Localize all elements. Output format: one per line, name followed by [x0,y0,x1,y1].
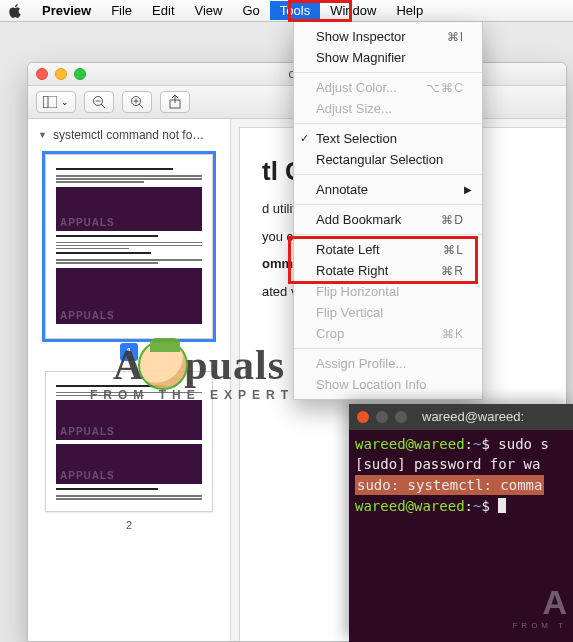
menu-separator [294,204,482,205]
tools-dropdown: Show Inspector⌘I Show Magnifier Adjust C… [293,22,483,400]
menu-adjust-color: Adjust Color...⌥⌘C [294,77,482,98]
sidebar-view-button[interactable]: ⌄ [36,91,76,113]
page-number-badge-2: 2 [120,516,138,534]
terminal-titlebar[interactable]: wareed@wareed: [349,404,573,430]
menubar: Preview File Edit View Go Tools Window H… [0,0,573,22]
check-icon: ✓ [300,132,309,145]
menubar-file[interactable]: File [101,1,142,20]
terminal-cursor [498,498,506,513]
share-button[interactable] [160,91,190,113]
sidebar-icon [43,96,57,108]
terminal-close-button[interactable] [357,411,369,423]
menubar-go[interactable]: Go [232,1,269,20]
menubar-help[interactable]: Help [386,1,433,20]
window-zoom-button[interactable] [74,68,86,80]
menu-separator [294,234,482,235]
page-thumbnail-1[interactable]: APPUALS APPUALS [45,154,213,339]
window-close-button[interactable] [36,68,48,80]
menu-rectangular-selection[interactable]: Rectangular Selection [294,149,482,170]
zoom-in-button[interactable] [122,91,152,113]
terminal-title: wareed@wareed: [422,407,524,427]
menu-separator [294,174,482,175]
menu-assign-profile: Assign Profile... [294,353,482,374]
menu-adjust-size: Adjust Size... [294,98,482,119]
svg-rect-1 [43,96,48,108]
thumbnail-sidebar: ▼ systemctl command not fo… APPUALS APPU… [28,119,231,641]
menu-text-selection[interactable]: ✓Text Selection [294,128,482,149]
submenu-arrow-icon: ▶ [464,184,472,195]
disclosure-triangle-icon[interactable]: ▼ [38,130,47,140]
menubar-view[interactable]: View [185,1,233,20]
menu-flip-vertical: Flip Vertical [294,302,482,323]
menu-separator [294,72,482,73]
apple-logo-icon [8,4,22,18]
menubar-app-name[interactable]: Preview [32,1,101,20]
menu-flip-horizontal: Flip Horizontal [294,281,482,302]
menu-rotate-right[interactable]: Rotate Right⌘R [294,260,482,281]
zoom-in-icon [130,95,144,109]
menubar-tools[interactable]: Tools [270,1,320,20]
menubar-window[interactable]: Window [320,1,386,20]
menu-crop: Crop⌘K [294,323,482,344]
menubar-edit[interactable]: Edit [142,1,184,20]
sidebar-doc-header[interactable]: ▼ systemctl command not fo… [38,125,220,148]
svg-rect-0 [43,96,57,108]
svg-line-3 [101,104,105,108]
share-icon [169,95,181,109]
menu-show-inspector[interactable]: Show Inspector⌘I [294,26,482,47]
zoom-out-button[interactable] [84,91,114,113]
terminal-minimize-button[interactable] [376,411,388,423]
terminal-maximize-button[interactable] [395,411,407,423]
page-number-badge-1: 1 [120,343,138,361]
zoom-out-icon [92,95,106,109]
menu-add-bookmark[interactable]: Add Bookmark⌘D [294,209,482,230]
terminal-window: wareed@wareed: wareed@wareed:~$ sudo s [… [349,404,573,642]
menu-show-magnifier[interactable]: Show Magnifier [294,47,482,68]
menu-annotate[interactable]: Annotate▶ [294,179,482,200]
menu-separator [294,348,482,349]
terminal-watermark: A FROM T [512,589,567,636]
terminal-output[interactable]: wareed@wareed:~$ sudo s [sudo] password … [349,430,573,520]
menu-rotate-left[interactable]: Rotate Left⌘L [294,239,482,260]
menu-separator [294,123,482,124]
chevron-down-icon: ⌄ [61,97,69,107]
window-minimize-button[interactable] [55,68,67,80]
menu-show-location-info: Show Location Info [294,374,482,395]
page-thumbnail-2[interactable]: APPUALS APPUALS [45,371,213,513]
svg-line-6 [139,104,143,108]
